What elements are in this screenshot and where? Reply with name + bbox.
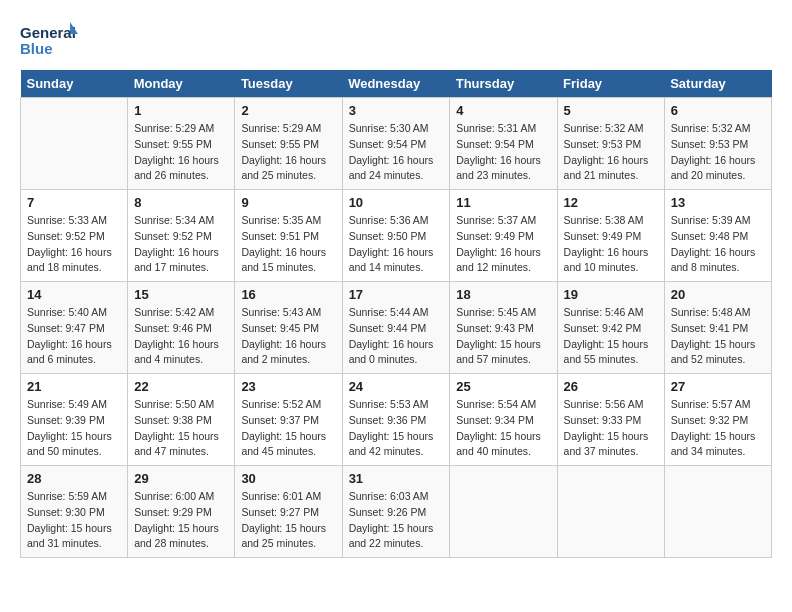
day-info: Sunrise: 5:52 AM Sunset: 9:37 PM Dayligh… [241, 397, 335, 460]
day-info: Sunrise: 5:32 AM Sunset: 9:53 PM Dayligh… [564, 121, 658, 184]
calendar-cell [450, 466, 557, 558]
day-number: 14 [27, 287, 121, 302]
weekday-header-row: SundayMondayTuesdayWednesdayThursdayFrid… [21, 70, 772, 98]
day-number: 9 [241, 195, 335, 210]
day-number: 23 [241, 379, 335, 394]
calendar-cell: 15Sunrise: 5:42 AM Sunset: 9:46 PM Dayli… [128, 282, 235, 374]
day-info: Sunrise: 6:03 AM Sunset: 9:26 PM Dayligh… [349, 489, 444, 552]
calendar-cell [21, 98, 128, 190]
weekday-header-cell: Tuesday [235, 70, 342, 98]
calendar-cell: 29Sunrise: 6:00 AM Sunset: 9:29 PM Dayli… [128, 466, 235, 558]
day-number: 6 [671, 103, 765, 118]
calendar-cell: 16Sunrise: 5:43 AM Sunset: 9:45 PM Dayli… [235, 282, 342, 374]
day-info: Sunrise: 5:59 AM Sunset: 9:30 PM Dayligh… [27, 489, 121, 552]
day-info: Sunrise: 5:44 AM Sunset: 9:44 PM Dayligh… [349, 305, 444, 368]
day-info: Sunrise: 5:40 AM Sunset: 9:47 PM Dayligh… [27, 305, 121, 368]
calendar-cell: 6Sunrise: 5:32 AM Sunset: 9:53 PM Daylig… [664, 98, 771, 190]
day-number: 29 [134, 471, 228, 486]
calendar-cell: 20Sunrise: 5:48 AM Sunset: 9:41 PM Dayli… [664, 282, 771, 374]
svg-text:Blue: Blue [20, 40, 53, 57]
svg-text:General: General [20, 24, 76, 41]
day-number: 5 [564, 103, 658, 118]
weekday-header-cell: Saturday [664, 70, 771, 98]
calendar-cell: 11Sunrise: 5:37 AM Sunset: 9:49 PM Dayli… [450, 190, 557, 282]
day-info: Sunrise: 6:01 AM Sunset: 9:27 PM Dayligh… [241, 489, 335, 552]
day-number: 22 [134, 379, 228, 394]
calendar-cell: 21Sunrise: 5:49 AM Sunset: 9:39 PM Dayli… [21, 374, 128, 466]
weekday-header-cell: Wednesday [342, 70, 450, 98]
day-number: 19 [564, 287, 658, 302]
weekday-header-cell: Monday [128, 70, 235, 98]
calendar-cell: 28Sunrise: 5:59 AM Sunset: 9:30 PM Dayli… [21, 466, 128, 558]
day-number: 21 [27, 379, 121, 394]
calendar-cell: 19Sunrise: 5:46 AM Sunset: 9:42 PM Dayli… [557, 282, 664, 374]
day-info: Sunrise: 5:56 AM Sunset: 9:33 PM Dayligh… [564, 397, 658, 460]
day-info: Sunrise: 5:57 AM Sunset: 9:32 PM Dayligh… [671, 397, 765, 460]
calendar-cell: 7Sunrise: 5:33 AM Sunset: 9:52 PM Daylig… [21, 190, 128, 282]
day-info: Sunrise: 5:31 AM Sunset: 9:54 PM Dayligh… [456, 121, 550, 184]
day-info: Sunrise: 5:38 AM Sunset: 9:49 PM Dayligh… [564, 213, 658, 276]
calendar-week-row: 21Sunrise: 5:49 AM Sunset: 9:39 PM Dayli… [21, 374, 772, 466]
calendar-cell: 17Sunrise: 5:44 AM Sunset: 9:44 PM Dayli… [342, 282, 450, 374]
day-number: 28 [27, 471, 121, 486]
calendar-cell: 25Sunrise: 5:54 AM Sunset: 9:34 PM Dayli… [450, 374, 557, 466]
day-info: Sunrise: 5:39 AM Sunset: 9:48 PM Dayligh… [671, 213, 765, 276]
calendar-cell: 14Sunrise: 5:40 AM Sunset: 9:47 PM Dayli… [21, 282, 128, 374]
day-number: 3 [349, 103, 444, 118]
calendar-cell: 13Sunrise: 5:39 AM Sunset: 9:48 PM Dayli… [664, 190, 771, 282]
day-number: 16 [241, 287, 335, 302]
calendar-cell: 3Sunrise: 5:30 AM Sunset: 9:54 PM Daylig… [342, 98, 450, 190]
calendar-cell [664, 466, 771, 558]
calendar-week-row: 1Sunrise: 5:29 AM Sunset: 9:55 PM Daylig… [21, 98, 772, 190]
day-info: Sunrise: 5:50 AM Sunset: 9:38 PM Dayligh… [134, 397, 228, 460]
day-number: 12 [564, 195, 658, 210]
day-number: 20 [671, 287, 765, 302]
day-info: Sunrise: 5:45 AM Sunset: 9:43 PM Dayligh… [456, 305, 550, 368]
day-info: Sunrise: 5:53 AM Sunset: 9:36 PM Dayligh… [349, 397, 444, 460]
calendar-cell: 24Sunrise: 5:53 AM Sunset: 9:36 PM Dayli… [342, 374, 450, 466]
day-info: Sunrise: 5:29 AM Sunset: 9:55 PM Dayligh… [134, 121, 228, 184]
day-info: Sunrise: 5:29 AM Sunset: 9:55 PM Dayligh… [241, 121, 335, 184]
calendar-cell: 10Sunrise: 5:36 AM Sunset: 9:50 PM Dayli… [342, 190, 450, 282]
logo: GeneralBlue [20, 20, 80, 60]
calendar-week-row: 14Sunrise: 5:40 AM Sunset: 9:47 PM Dayli… [21, 282, 772, 374]
day-info: Sunrise: 5:48 AM Sunset: 9:41 PM Dayligh… [671, 305, 765, 368]
day-number: 24 [349, 379, 444, 394]
calendar-week-row: 7Sunrise: 5:33 AM Sunset: 9:52 PM Daylig… [21, 190, 772, 282]
calendar-cell: 18Sunrise: 5:45 AM Sunset: 9:43 PM Dayli… [450, 282, 557, 374]
weekday-header-cell: Sunday [21, 70, 128, 98]
day-info: Sunrise: 5:33 AM Sunset: 9:52 PM Dayligh… [27, 213, 121, 276]
weekday-header-cell: Friday [557, 70, 664, 98]
calendar-cell: 1Sunrise: 5:29 AM Sunset: 9:55 PM Daylig… [128, 98, 235, 190]
day-info: Sunrise: 6:00 AM Sunset: 9:29 PM Dayligh… [134, 489, 228, 552]
calendar-cell: 9Sunrise: 5:35 AM Sunset: 9:51 PM Daylig… [235, 190, 342, 282]
day-number: 15 [134, 287, 228, 302]
day-info: Sunrise: 5:43 AM Sunset: 9:45 PM Dayligh… [241, 305, 335, 368]
logo-svg: GeneralBlue [20, 20, 80, 60]
day-number: 4 [456, 103, 550, 118]
day-info: Sunrise: 5:42 AM Sunset: 9:46 PM Dayligh… [134, 305, 228, 368]
day-info: Sunrise: 5:46 AM Sunset: 9:42 PM Dayligh… [564, 305, 658, 368]
calendar-cell [557, 466, 664, 558]
calendar-cell: 26Sunrise: 5:56 AM Sunset: 9:33 PM Dayli… [557, 374, 664, 466]
calendar-body: 1Sunrise: 5:29 AM Sunset: 9:55 PM Daylig… [21, 98, 772, 558]
day-number: 30 [241, 471, 335, 486]
day-info: Sunrise: 5:49 AM Sunset: 9:39 PM Dayligh… [27, 397, 121, 460]
calendar-cell: 23Sunrise: 5:52 AM Sunset: 9:37 PM Dayli… [235, 374, 342, 466]
day-number: 11 [456, 195, 550, 210]
calendar-cell: 27Sunrise: 5:57 AM Sunset: 9:32 PM Dayli… [664, 374, 771, 466]
day-number: 10 [349, 195, 444, 210]
day-info: Sunrise: 5:36 AM Sunset: 9:50 PM Dayligh… [349, 213, 444, 276]
day-info: Sunrise: 5:34 AM Sunset: 9:52 PM Dayligh… [134, 213, 228, 276]
day-number: 26 [564, 379, 658, 394]
day-info: Sunrise: 5:37 AM Sunset: 9:49 PM Dayligh… [456, 213, 550, 276]
page-header: GeneralBlue [20, 20, 772, 60]
calendar-cell: 8Sunrise: 5:34 AM Sunset: 9:52 PM Daylig… [128, 190, 235, 282]
calendar-cell: 4Sunrise: 5:31 AM Sunset: 9:54 PM Daylig… [450, 98, 557, 190]
day-number: 25 [456, 379, 550, 394]
day-number: 7 [27, 195, 121, 210]
calendar-cell: 2Sunrise: 5:29 AM Sunset: 9:55 PM Daylig… [235, 98, 342, 190]
day-number: 18 [456, 287, 550, 302]
day-info: Sunrise: 5:54 AM Sunset: 9:34 PM Dayligh… [456, 397, 550, 460]
day-number: 8 [134, 195, 228, 210]
